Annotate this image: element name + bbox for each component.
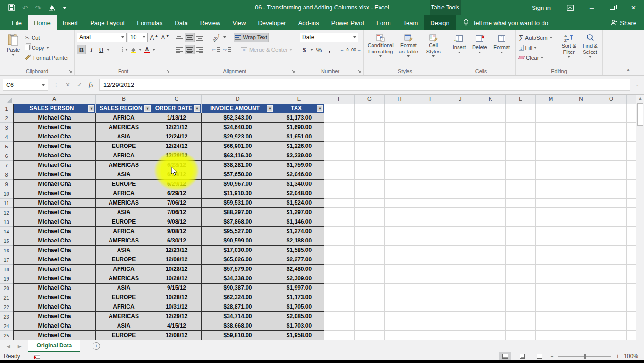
cell-J20[interactable] (445, 284, 475, 293)
cell-N22[interactable] (566, 302, 596, 312)
cell-M1[interactable] (536, 104, 566, 113)
cancel-icon[interactable]: ✕ (65, 81, 70, 88)
cell-L7[interactable] (506, 161, 536, 170)
percent-style-icon[interactable]: % (314, 45, 323, 54)
row-header-9[interactable]: 9 (0, 180, 13, 189)
cell-I14[interactable] (415, 227, 445, 236)
font-size-combo[interactable]: 10 (128, 33, 148, 42)
cell-D3[interactable]: $24,640.00 (202, 123, 274, 132)
cell-D25[interactable]: $59,810.00 (202, 331, 274, 340)
cell-D24[interactable]: $38,668.00 (202, 321, 274, 331)
cell-L11[interactable] (506, 199, 536, 208)
cell-M21[interactable] (536, 293, 566, 302)
cell-O1[interactable] (596, 104, 627, 113)
formula-input[interactable]: 12/29/2012 (99, 79, 630, 91)
cell-G5[interactable] (355, 142, 385, 151)
cell-L13[interactable] (506, 217, 536, 227)
cell-L23[interactable] (506, 312, 536, 321)
row-header-24[interactable]: 24 (0, 321, 13, 331)
cell-I7[interactable] (415, 161, 445, 170)
cell-M3[interactable] (536, 123, 566, 132)
row-header-10[interactable]: 10 (0, 189, 13, 199)
cell-M11[interactable] (536, 199, 566, 208)
cell-D5[interactable]: $66,901.00 (202, 142, 274, 151)
cell-J23[interactable] (445, 312, 475, 321)
cell-C21[interactable]: 10/28/12 (152, 293, 202, 302)
cell-B3[interactable]: AMERICAS (96, 123, 152, 132)
cell-O25[interactable] (596, 331, 627, 340)
cell-J18[interactable] (445, 265, 475, 274)
cell-C19[interactable]: 10/28/12 (152, 274, 202, 284)
cell-C25[interactable]: 12/08/12 (152, 331, 202, 340)
cell-P7[interactable] (627, 161, 636, 170)
cell-M24[interactable] (536, 321, 566, 331)
cell-J7[interactable] (445, 161, 475, 170)
cell-K4[interactable] (475, 132, 506, 142)
cell-H17[interactable] (385, 255, 415, 265)
cell-N3[interactable] (566, 123, 596, 132)
cell-O21[interactable] (596, 293, 627, 302)
cell-M7[interactable] (536, 161, 566, 170)
cell-K9[interactable] (475, 180, 506, 189)
cell-P5[interactable] (627, 142, 636, 151)
cell-A20[interactable]: Michael Cha (13, 284, 96, 293)
increase-indent-icon[interactable]: ⇨ (222, 45, 233, 54)
cell-I19[interactable] (415, 274, 445, 284)
page-layout-view-button[interactable] (516, 352, 528, 360)
cell-G16[interactable] (355, 246, 385, 255)
cell-M19[interactable] (536, 274, 566, 284)
cell-F6[interactable] (324, 151, 355, 161)
row-header-18[interactable]: 18 (0, 265, 13, 274)
cell-P20[interactable] (627, 284, 636, 293)
cell-G13[interactable] (355, 217, 385, 227)
cell-N14[interactable] (566, 227, 596, 236)
cell-J2[interactable] (445, 113, 475, 123)
cell-M22[interactable] (536, 302, 566, 312)
cell-E6[interactable]: $2,239.00 (274, 151, 324, 161)
row-header-14[interactable]: 14 (0, 227, 13, 236)
cell-H7[interactable] (385, 161, 415, 170)
cell-J3[interactable] (445, 123, 475, 132)
cell-G14[interactable] (355, 227, 385, 236)
cell-E4[interactable]: $1,651.00 (274, 132, 324, 142)
cell-B10[interactable]: AFRICA (96, 189, 152, 199)
cell-H6[interactable] (385, 151, 415, 161)
cell-I15[interactable] (415, 236, 445, 246)
cell-P1[interactable] (627, 104, 636, 113)
cell-E25[interactable]: $1,958.00 (274, 331, 324, 340)
column-header-H[interactable]: H (385, 95, 415, 104)
clear-button[interactable]: Clear (518, 52, 558, 62)
cell-H5[interactable] (385, 142, 415, 151)
cell-F4[interactable] (324, 132, 355, 142)
cell-E3[interactable]: $1,690.00 (274, 123, 324, 132)
row-header-13[interactable]: 13 (0, 217, 13, 227)
tab-file[interactable]: File (6, 15, 28, 30)
cell-G21[interactable] (355, 293, 385, 302)
cell-B11[interactable]: AMERICAS (96, 199, 152, 208)
cell-A19[interactable]: Michael Cha (13, 274, 96, 284)
cell-G1[interactable] (355, 104, 385, 113)
cell-E20[interactable]: $1,997.00 (274, 284, 324, 293)
cell-P12[interactable] (627, 208, 636, 217)
cell-I8[interactable] (415, 170, 445, 180)
cell-O23[interactable] (596, 312, 627, 321)
cell-G8[interactable] (355, 170, 385, 180)
cell-I9[interactable] (415, 180, 445, 189)
cell-A15[interactable]: Michael Cha (13, 236, 96, 246)
cell-K12[interactable] (475, 208, 506, 217)
cell-N23[interactable] (566, 312, 596, 321)
cell-M23[interactable] (536, 312, 566, 321)
cell-N15[interactable] (566, 236, 596, 246)
cell-P17[interactable] (627, 255, 636, 265)
font-color-dropdown-icon[interactable] (153, 49, 155, 51)
cell-D4[interactable]: $29,923.00 (202, 132, 274, 142)
cell-B21[interactable]: EUROPE (96, 293, 152, 302)
cell-N6[interactable] (566, 151, 596, 161)
column-header-O[interactable]: O (596, 95, 627, 104)
cell-L14[interactable] (506, 227, 536, 236)
cell-K11[interactable] (475, 199, 506, 208)
column-header-J[interactable]: J (445, 95, 475, 104)
cell-B7[interactable]: AMERICAS (96, 161, 152, 170)
cell-J17[interactable] (445, 255, 475, 265)
align-middle-icon[interactable] (185, 33, 195, 42)
